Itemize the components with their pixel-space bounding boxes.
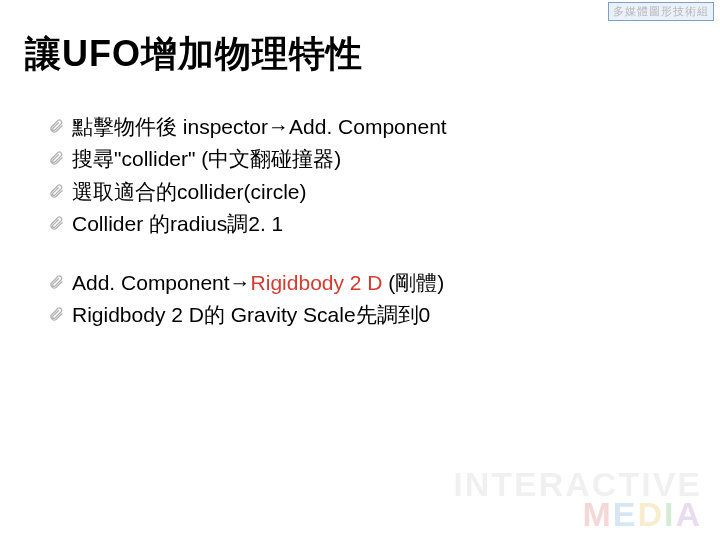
- list-item: Collider 的radius調2. 1: [48, 209, 680, 239]
- watermark-line-1: INTERACTIVE: [453, 470, 702, 500]
- paperclip-icon: [48, 183, 64, 199]
- paperclip-icon: [48, 215, 64, 231]
- paperclip-icon: [48, 150, 64, 166]
- list-item: 搜尋"collider" (中文翻碰撞器): [48, 144, 680, 174]
- list-item: Rigidbody 2 D的 Gravity Scale先調到0: [48, 300, 680, 330]
- bullet-block-2: Add. Component→Rigidbody 2 D (剛體) Rigidb…: [48, 268, 680, 331]
- bullet-text: Collider 的radius調2. 1: [72, 209, 283, 239]
- paperclip-icon: [48, 306, 64, 322]
- watermark: INTERACTIVE MEDIA: [453, 470, 702, 530]
- list-item: 點擊物件後 inspector→Add. Component: [48, 112, 680, 142]
- list-item: Add. Component→Rigidbody 2 D (剛體): [48, 268, 680, 298]
- bullet-text: 選取適合的collider(circle): [72, 177, 307, 207]
- header-tag: 多媒體圖形技術組: [608, 2, 714, 21]
- bullet-text: 點擊物件後 inspector→Add. Component: [72, 112, 447, 142]
- paperclip-icon: [48, 274, 64, 290]
- list-item: 選取適合的collider(circle): [48, 177, 680, 207]
- paperclip-icon: [48, 118, 64, 134]
- bullet-text: Rigidbody 2 D的 Gravity Scale先調到0: [72, 300, 430, 330]
- bullet-text: 搜尋"collider" (中文翻碰撞器): [72, 144, 341, 174]
- text-pre: Add. Component→: [72, 271, 251, 294]
- slide-title: 讓UFO增加物理特性: [25, 30, 363, 79]
- text-highlight: Rigidbody 2 D: [251, 271, 383, 294]
- watermark-line-2: MEDIA: [453, 500, 702, 530]
- bullet-text: Add. Component→Rigidbody 2 D (剛體): [72, 268, 444, 298]
- slide-content: 點擊物件後 inspector→Add. Component 搜尋"collid…: [48, 112, 680, 333]
- bullet-block-1: 點擊物件後 inspector→Add. Component 搜尋"collid…: [48, 112, 680, 240]
- text-post: (剛體): [383, 271, 445, 294]
